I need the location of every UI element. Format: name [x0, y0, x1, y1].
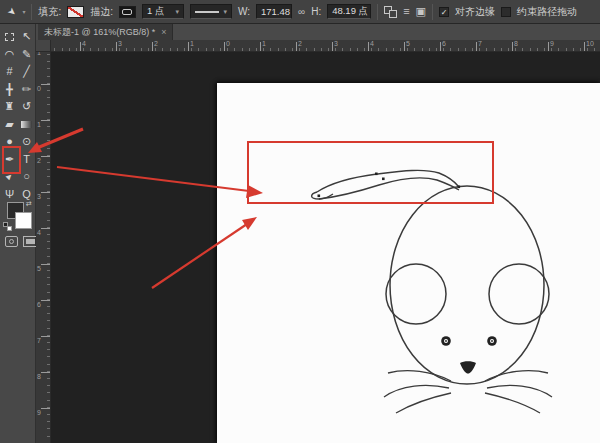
- history-brush-tool[interactable]: ↺: [22, 101, 31, 112]
- quick-selection-tool[interactable]: ✎: [22, 49, 31, 60]
- constrain-path-drag-label: 约束路径拖动: [517, 5, 577, 19]
- tool-preset-icon[interactable]: ➤: [5, 5, 18, 19]
- chevron-down-icon: ▾: [223, 8, 227, 16]
- eyedropper-tool[interactable]: ╱: [23, 66, 30, 77]
- shape-width-field[interactable]: 171.48: [256, 4, 292, 19]
- pen-tool[interactable]: ✒: [5, 154, 14, 165]
- ellipse-shape-tool[interactable]: ○: [23, 171, 30, 182]
- move-tool[interactable]: ↖: [22, 31, 31, 42]
- default-colors-icon[interactable]: [3, 222, 12, 231]
- quick-mask-icon[interactable]: [5, 236, 18, 247]
- eraser-tool[interactable]: ▰: [5, 119, 13, 130]
- brush-tool[interactable]: ✏: [22, 84, 31, 95]
- link-dimensions-icon[interactable]: ∞: [298, 6, 305, 17]
- photoshop-window: ➤ ▾ 填充: 描边: 1 点 ▾ ▾ W: 171.48 ∞ H: 48.19…: [0, 0, 600, 443]
- path-arrangement-icon[interactable]: ▣: [416, 6, 426, 17]
- crop-tool[interactable]: #: [6, 66, 12, 77]
- path-selection-tool[interactable]: ►: [3, 170, 16, 183]
- zoom-tool[interactable]: Q: [22, 189, 31, 200]
- fill-label: 填充:: [38, 5, 61, 19]
- height-label: H:: [311, 6, 321, 17]
- stroke-label: 描边:: [90, 5, 113, 19]
- tool-options-bar: ➤ ▾ 填充: 描边: 1 点 ▾ ▾ W: 171.48 ∞ H: 48.19…: [0, 0, 600, 24]
- fill-color-swatch[interactable]: [67, 6, 84, 18]
- swap-colors-icon[interactable]: ⇄: [26, 200, 32, 208]
- horizontal-ruler: 4321012345678910: [36, 40, 600, 52]
- spot-healing-brush-tool[interactable]: ╋: [6, 84, 13, 95]
- solid-line-icon: [195, 11, 219, 13]
- blur-tool[interactable]: ●: [6, 136, 13, 147]
- tools-panel: ↖◠✎#╱╋✏♜↺▰●⊙✒T►○ΨQ ⇄: [0, 24, 36, 443]
- lasso-tool[interactable]: ◠: [5, 49, 15, 60]
- clone-stamp-tool[interactable]: ♜: [5, 101, 15, 112]
- divider: [377, 4, 378, 20]
- close-icon[interactable]: ×: [161, 27, 166, 37]
- gradient-tool[interactable]: [21, 121, 32, 128]
- shape-height-field[interactable]: 48.19 点: [327, 4, 371, 19]
- vertical-ruler: 10123456789: [36, 52, 51, 443]
- stroke-style-dropdown[interactable]: ▾: [190, 4, 232, 19]
- document-tab-bar: 未标题-1 @ 161%(RGB/8) * ×: [36, 24, 600, 40]
- path-operations-icon[interactable]: [384, 6, 397, 18]
- background-color-swatch[interactable]: [15, 212, 32, 229]
- rectangular-marquee-tool[interactable]: [5, 33, 14, 41]
- tool-preset-dropdown-icon[interactable]: ▾: [22, 8, 25, 15]
- constrain-path-drag-checkbox[interactable]: [501, 7, 511, 17]
- document-title: 未标题-1 @ 161%(RGB/8) *: [44, 26, 155, 39]
- horizontal-type-tool[interactable]: T: [23, 154, 30, 165]
- align-edges-label: 对齐边缘: [455, 5, 495, 19]
- dodge-tool[interactable]: ⊙: [22, 136, 31, 147]
- stroke-width-field[interactable]: 1 点 ▾: [142, 4, 184, 19]
- width-label: W:: [238, 6, 250, 17]
- document-canvas[interactable]: [217, 83, 600, 443]
- hand-tool[interactable]: Ψ: [5, 189, 14, 200]
- tool-grid: ↖◠✎#╱╋✏♜↺▰●⊙✒T►○ΨQ: [0, 24, 35, 203]
- chevron-down-icon: ▾: [175, 8, 179, 16]
- stroke-color-swatch[interactable]: [119, 6, 136, 18]
- document-tab[interactable]: 未标题-1 @ 161%(RGB/8) * ×: [38, 24, 173, 40]
- path-alignment-icon[interactable]: ≡: [403, 6, 409, 17]
- divider: [432, 4, 433, 20]
- ruler-corner: [36, 40, 51, 52]
- align-edges-checkbox[interactable]: ✓: [439, 7, 449, 17]
- divider: [31, 4, 32, 20]
